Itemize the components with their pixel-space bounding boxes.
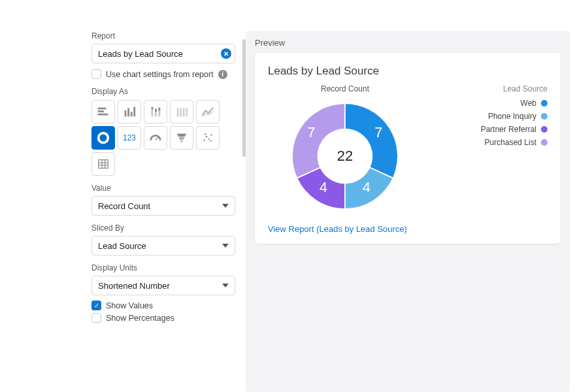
info-icon[interactable]: i bbox=[218, 70, 227, 79]
show-values-checkbox[interactable]: ✓ bbox=[91, 301, 101, 310]
svg-rect-10 bbox=[155, 108, 157, 112]
display-as-label: Display As bbox=[91, 87, 235, 96]
legend-item-label: Phone Inquiry bbox=[488, 112, 536, 121]
chart-type-stacked-bar[interactable] bbox=[144, 100, 167, 123]
legend-swatch bbox=[541, 139, 547, 146]
clear-report-icon[interactable]: ✕ bbox=[221, 48, 231, 59]
sliced-by-select[interactable]: Lead Source bbox=[91, 236, 235, 255]
chart-type-grid: 123 bbox=[91, 100, 235, 176]
chart-type-vertical-bar[interactable] bbox=[118, 100, 141, 123]
svg-rect-14 bbox=[180, 108, 182, 117]
legend-item[interactable]: Web bbox=[481, 99, 547, 108]
svg-rect-3 bbox=[125, 110, 127, 116]
value-select[interactable]: Record Count bbox=[91, 196, 235, 216]
svg-rect-2 bbox=[98, 114, 108, 116]
svg-marker-21 bbox=[180, 140, 184, 143]
svg-marker-20 bbox=[178, 137, 184, 140]
display-units-label: Display Units bbox=[91, 263, 235, 272]
svg-point-22 bbox=[203, 139, 204, 140]
sliced-by-label: Sliced By bbox=[91, 223, 235, 233]
svg-point-23 bbox=[206, 136, 207, 137]
svg-point-25 bbox=[210, 134, 212, 135]
chevron-down-icon bbox=[222, 204, 229, 208]
chart-type-donut[interactable] bbox=[91, 126, 115, 150]
value-selected: Record Count bbox=[98, 201, 150, 211]
legend-item-label: Web bbox=[521, 99, 536, 108]
svg-rect-7 bbox=[152, 109, 154, 116]
chart-title: Leads by Lead Source bbox=[268, 65, 547, 78]
chevron-down-icon bbox=[222, 284, 229, 287]
svg-rect-15 bbox=[183, 108, 185, 117]
report-label: Report bbox=[91, 31, 235, 41]
svg-line-18 bbox=[155, 137, 158, 140]
display-units-select[interactable]: Shortened Number bbox=[91, 276, 235, 295]
svg-rect-13 bbox=[177, 108, 179, 117]
svg-rect-8 bbox=[152, 107, 154, 110]
chart-legend: Lead Source WebPhone InquiryPartner Refe… bbox=[481, 84, 547, 151]
svg-rect-12 bbox=[159, 108, 161, 111]
chart-type-scatter[interactable] bbox=[196, 126, 220, 150]
svg-rect-28 bbox=[99, 160, 108, 169]
scrollbar[interactable] bbox=[242, 39, 246, 157]
legend-item[interactable]: Partner Referral bbox=[481, 125, 547, 134]
config-sidebar: Report ✕ Use chart settings from report … bbox=[91, 31, 235, 392]
legend-swatch bbox=[541, 113, 547, 120]
preview-section-label: Preview bbox=[255, 38, 561, 48]
preview-card: Leads by Lead Source Record Count 7447 2… bbox=[255, 53, 561, 244]
sliced-by-selected: Lead Source bbox=[98, 241, 146, 251]
show-percentages-label: Show Percentages bbox=[106, 314, 174, 323]
legend-item[interactable]: Purchased List bbox=[481, 138, 547, 147]
legend-swatch bbox=[541, 126, 547, 133]
preview-panel: Preview Leads by Lead Source Record Coun… bbox=[246, 31, 570, 392]
show-values-label: Show Values bbox=[106, 301, 153, 310]
svg-rect-16 bbox=[186, 108, 188, 117]
report-input[interactable] bbox=[91, 44, 235, 63]
chart-metric-label: Record Count bbox=[321, 84, 369, 93]
value-label: Value bbox=[91, 184, 235, 193]
chart-type-metric[interactable]: 123 bbox=[118, 126, 141, 150]
chart-type-table[interactable] bbox=[91, 152, 115, 176]
svg-rect-6 bbox=[133, 107, 135, 117]
svg-rect-1 bbox=[98, 110, 104, 112]
legend-item-label: Partner Referral bbox=[481, 125, 536, 134]
chart-type-stacked-bar-alt[interactable] bbox=[170, 100, 193, 123]
svg-point-24 bbox=[208, 139, 210, 140]
svg-point-27 bbox=[210, 140, 211, 141]
svg-point-26 bbox=[204, 133, 206, 135]
view-report-link[interactable]: View Report (Leads by Lead Source) bbox=[268, 224, 407, 234]
donut-chart: 7447 22 bbox=[286, 97, 404, 215]
legend-item-label: Purchased List bbox=[485, 138, 536, 147]
svg-rect-11 bbox=[159, 110, 161, 116]
chart-type-horizontal-bar[interactable] bbox=[91, 100, 115, 123]
legend-title: Lead Source bbox=[481, 84, 547, 93]
use-report-settings-label: Use chart settings from report bbox=[106, 70, 214, 79]
chart-type-gauge[interactable] bbox=[144, 126, 167, 150]
legend-swatch bbox=[541, 100, 547, 106]
show-percentages-checkbox[interactable] bbox=[91, 313, 101, 323]
svg-rect-5 bbox=[131, 112, 133, 116]
display-units-selected: Shortened Number bbox=[98, 281, 170, 291]
svg-rect-0 bbox=[98, 108, 106, 110]
svg-rect-4 bbox=[127, 108, 129, 117]
legend-item[interactable]: Phone Inquiry bbox=[481, 112, 547, 121]
donut-total: 22 bbox=[286, 97, 404, 215]
chart-type-funnel[interactable] bbox=[170, 126, 193, 150]
chart-type-line[interactable] bbox=[196, 100, 220, 123]
use-report-settings-checkbox[interactable] bbox=[91, 69, 101, 79]
chevron-down-icon bbox=[222, 244, 229, 248]
svg-rect-9 bbox=[155, 112, 157, 116]
svg-marker-19 bbox=[177, 134, 187, 137]
